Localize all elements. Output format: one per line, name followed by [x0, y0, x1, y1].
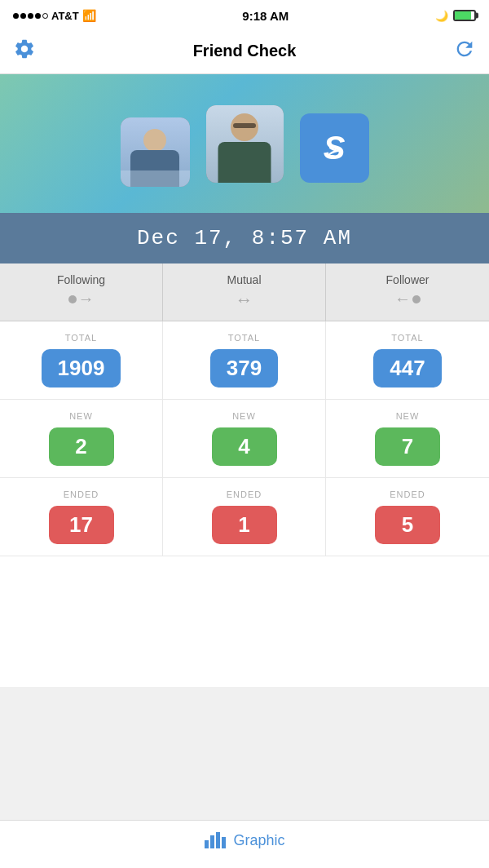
mutual-label: Mutual	[227, 273, 261, 286]
svg-rect-1	[210, 835, 214, 848]
gear-icon	[13, 38, 36, 60]
status-right: 🌙	[435, 10, 476, 22]
new-label-2: NEW	[232, 411, 256, 421]
signal-dot-3	[28, 13, 33, 19]
total-label-2: TOTAL	[228, 333, 260, 343]
new-label-1: NEW	[69, 411, 93, 421]
battery-icon	[453, 10, 476, 21]
total-following-cell: TOTAL 1909	[0, 321, 163, 400]
ended-mutual-cell: ENDED 1	[163, 478, 326, 556]
new-following-badge: 2	[49, 427, 114, 466]
avatar-app[interactable]: S ≿	[300, 113, 369, 183]
avatar-1[interactable]	[121, 117, 190, 187]
new-following-cell: NEW 2	[0, 400, 163, 478]
graphic-label: Graphic	[233, 832, 284, 849]
person-photo-2	[206, 105, 284, 183]
person-photo-1	[121, 117, 190, 187]
new-mutual-badge: 4	[212, 427, 277, 466]
ended-label-3: ENDED	[390, 489, 425, 499]
total-mutual-badge: 379	[210, 349, 278, 388]
wifi-icon: 📶	[82, 9, 96, 22]
status-left: AT&T 📶	[13, 9, 96, 22]
ended-following-badge: 17	[49, 506, 114, 544]
total-label-3: TOTAL	[391, 333, 423, 343]
tab-bar: Graphic	[0, 820, 489, 868]
total-label-1: TOTAL	[65, 333, 97, 343]
status-bar: AT&T 📶 9:18 AM 🌙	[0, 0, 489, 31]
follower-arrow: ←	[394, 290, 421, 308]
refresh-icon	[453, 38, 476, 60]
app-logo: S ≿	[300, 113, 369, 183]
content-area	[0, 556, 489, 687]
signal-dot-5	[42, 13, 48, 19]
stats-new-row: NEW 2 NEW 4 NEW 7	[0, 400, 489, 478]
ended-label-1: ENDED	[64, 489, 99, 499]
new-mutual-cell: NEW 4	[163, 400, 326, 478]
svg-rect-0	[205, 840, 209, 848]
nav-bar: Friend Check	[0, 31, 489, 74]
carrier-label: AT&T	[51, 10, 79, 22]
new-follower-badge: 7	[375, 427, 440, 466]
signal-dot-2	[20, 13, 26, 19]
profile-banner: S ≿	[0, 74, 489, 213]
ended-follower-badge: 5	[375, 506, 440, 544]
follower-header[interactable]: Follower ←	[326, 264, 489, 321]
total-follower-cell: TOTAL 447	[326, 321, 489, 400]
stats-ended-row: ENDED 17 ENDED 1 ENDED 5	[0, 478, 489, 556]
status-time: 9:18 AM	[242, 9, 289, 23]
total-mutual-cell: TOTAL 379	[163, 321, 326, 400]
ended-label-2: ENDED	[227, 489, 262, 499]
gear-button[interactable]	[13, 38, 36, 64]
following-label: Following	[57, 273, 105, 286]
signal-dots	[13, 13, 48, 19]
ended-follower-cell: ENDED 5	[326, 478, 489, 556]
stats-total-row: TOTAL 1909 TOTAL 379 TOTAL 447	[0, 321, 489, 400]
svg-rect-3	[222, 837, 226, 848]
date-text: Dec 17, 8:57 AM	[13, 226, 476, 250]
mutual-header[interactable]: Mutual ↔	[163, 264, 326, 321]
new-follower-cell: NEW 7	[326, 400, 489, 478]
following-arrow: →	[68, 290, 95, 308]
total-follower-badge: 447	[373, 349, 441, 388]
graphic-tab[interactable]: Graphic	[204, 829, 284, 852]
following-header[interactable]: Following →	[0, 264, 163, 321]
stats-header: Following → Mutual ↔ Follower ←	[0, 264, 489, 321]
page-title: Friend Check	[193, 42, 297, 60]
mutual-arrow: ↔	[236, 290, 253, 311]
signal-dot-4	[35, 13, 41, 19]
total-following-badge: 1909	[42, 349, 121, 388]
signal-dot-1	[13, 13, 19, 19]
avatar-2[interactable]	[206, 105, 284, 183]
svg-rect-2	[216, 832, 220, 848]
moon-icon: 🌙	[435, 10, 448, 22]
new-label-3: NEW	[396, 411, 420, 421]
bar-chart-icon	[204, 829, 227, 852]
follower-label: Follower	[386, 273, 430, 286]
battery-fill	[455, 11, 471, 20]
refresh-button[interactable]	[453, 38, 476, 64]
date-bar: Dec 17, 8:57 AM	[0, 213, 489, 264]
ended-following-cell: ENDED 17	[0, 478, 163, 556]
ended-mutual-badge: 1	[212, 506, 277, 544]
